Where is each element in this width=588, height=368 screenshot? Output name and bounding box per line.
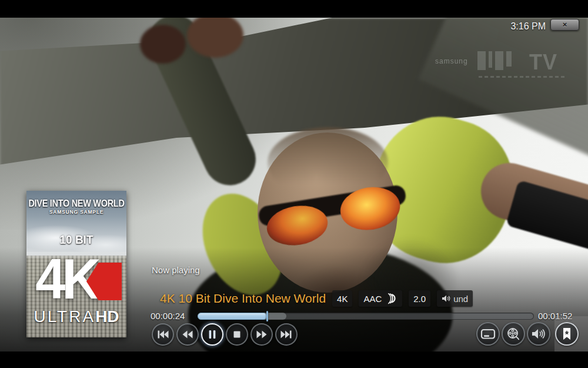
poster-subtitle: SAMSUNG SAMPLE	[26, 209, 126, 215]
watermark-brand-text: samsung	[435, 57, 468, 65]
video-art-hand	[140, 25, 186, 64]
progress-cursor[interactable]	[266, 311, 268, 321]
media-poster: DIVE INTO NEW WORLD SAMSUNG SAMPLE 10 BI…	[26, 191, 126, 337]
clock: 3:16 PM	[494, 21, 546, 32]
progress-fill	[198, 313, 267, 320]
poster-4k-logo: 4K	[26, 248, 126, 314]
watermark-bars	[477, 51, 512, 70]
stop-button[interactable]	[226, 323, 248, 346]
skip-previous-icon	[156, 327, 170, 342]
rewind-icon	[181, 327, 195, 342]
volume-icon	[531, 327, 546, 340]
pause-button[interactable]	[201, 323, 223, 346]
close-button[interactable]: ×	[550, 19, 579, 31]
seek-bar[interactable]	[198, 313, 534, 320]
bookmarks-button[interactable]	[555, 322, 579, 346]
stop-icon	[230, 327, 244, 342]
film-reel-icon	[506, 327, 520, 341]
media-title: 4K 10 Bit Dive Into New World	[160, 291, 326, 306]
speaker-icon	[442, 294, 450, 303]
watermark-tv-logo: TV	[529, 50, 557, 75]
badge-resolution: 4K	[332, 290, 352, 307]
skip-next-icon	[279, 327, 293, 342]
badge-audio-language: und	[437, 290, 473, 307]
title-row: 4K 10 Bit Dive Into New World 4K AAC 2.0…	[160, 290, 473, 307]
now-playing-label: Now playing	[152, 265, 200, 275]
elapsed-time: 00:00:24	[151, 311, 185, 321]
fast-forward-icon	[255, 327, 269, 342]
next-button[interactable]	[275, 323, 298, 346]
subtitles-button[interactable]	[476, 322, 500, 346]
aac-logo-icon	[385, 293, 397, 304]
letterbox-bottom	[0, 352, 588, 368]
badge-channels: 2.0	[409, 290, 430, 307]
poster-bit-label: 10 BIT	[26, 233, 126, 247]
rewind-button[interactable]	[176, 323, 199, 346]
bookmark-star-icon	[560, 327, 573, 341]
channel-watermark: samsung TV	[434, 50, 587, 85]
pause-icon	[205, 327, 219, 342]
watermark-subtext	[479, 76, 567, 78]
poster-ultrahd-label: ULTRAHD	[26, 307, 126, 326]
previous-button[interactable]	[152, 323, 174, 346]
video-settings-button[interactable]	[502, 322, 525, 346]
player-window: samsung TV 3:16 PM × DIVE INTO NEW WORLD…	[0, 0, 588, 368]
fast-forward-button[interactable]	[250, 323, 273, 346]
badge-codec: AAC	[359, 290, 402, 307]
subtitles-icon	[480, 328, 496, 340]
poster-title: DIVE INTO NEW WORLD	[26, 198, 126, 208]
audio-volume-button[interactable]	[527, 322, 550, 346]
letterbox-top	[0, 0, 588, 18]
